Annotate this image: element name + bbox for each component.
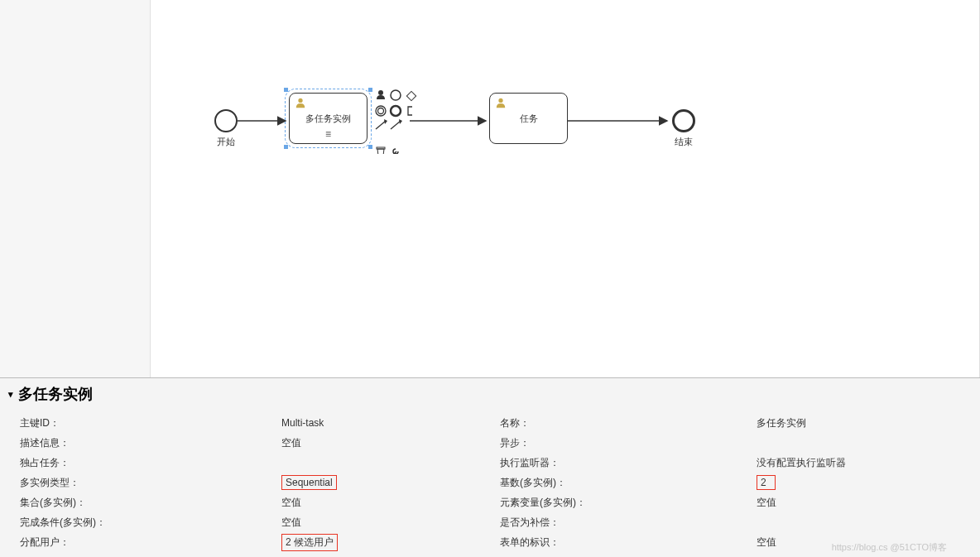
ctx-end-icon[interactable]	[391, 106, 401, 116]
ctx-wrench-icon[interactable]	[392, 149, 398, 154]
prop-completion[interactable]: 完成条件(多实例)：空值	[20, 512, 500, 532]
prop-value: 空值	[281, 516, 500, 530]
multi-task-node[interactable]: 多任务实例 ≡	[289, 93, 368, 144]
start-label: 开始	[201, 136, 251, 148]
bpmn-canvas[interactable]: 开始 多任务实例 ≡	[0, 0, 980, 377]
ctx-gateway-icon[interactable]	[406, 91, 416, 100]
prop-assign[interactable]: 分配用户：2 候选用户	[20, 532, 500, 552]
prop-label: 元素变量(多实例)：	[500, 496, 757, 510]
svg-point-6	[391, 106, 401, 116]
resize-handle[interactable]	[368, 88, 372, 92]
prop-compensate[interactable]: 是否为补偿：	[500, 512, 980, 532]
prop-desc[interactable]: 描述信息：空值	[20, 433, 500, 453]
highlighted-value: 2	[757, 475, 776, 490]
caret-down-icon: ▾	[8, 389, 13, 400]
prop-label: 基数(多实例)：	[500, 476, 757, 490]
prop-label: 表单的标识：	[500, 535, 757, 550]
prop-collection[interactable]: 集合(多实例)：空值	[20, 492, 500, 512]
prop-value: 空值	[757, 496, 980, 510]
prop-label: 描述信息：	[20, 436, 281, 450]
ctx-user-icon[interactable]	[377, 90, 385, 99]
prop-label: 主键ID：	[20, 416, 281, 430]
prop-value: Sequential	[281, 475, 500, 490]
ctx-connect-icon[interactable]	[376, 121, 386, 129]
prop-id[interactable]: 主键ID：Multi-task	[20, 413, 500, 433]
resize-handle[interactable]	[284, 145, 288, 149]
properties-grid: 主键ID：Multi-task 名称：多任务实例 描述信息：空值 异步： 独占任…	[0, 410, 980, 552]
ctx-event-icon[interactable]	[391, 90, 401, 100]
prop-name[interactable]: 名称：多任务实例	[500, 413, 980, 433]
flow-arrow-1[interactable]	[238, 108, 292, 133]
prop-listener[interactable]: 执行监听器：没有配置执行监听器	[500, 453, 980, 473]
panel-title-row[interactable]: ▾ 多任务实例	[0, 378, 980, 410]
panel-title: 多任务实例	[18, 384, 93, 404]
highlighted-value: 2 候选用户	[281, 534, 338, 551]
prop-value: 多任务实例	[757, 416, 980, 430]
task-label: 任务	[520, 113, 538, 125]
prop-value: 空值	[281, 496, 500, 510]
prop-value: 没有配置执行监听器	[757, 456, 980, 470]
prop-label: 是否为补偿：	[500, 516, 757, 530]
user-icon	[295, 97, 306, 108]
prop-async[interactable]: 异步：	[500, 433, 980, 453]
prop-value: Multi-task	[281, 417, 500, 429]
flow-arrow-3[interactable]	[568, 108, 674, 133]
prop-label: 多实例类型：	[20, 476, 281, 490]
highlighted-value: Sequential	[281, 475, 337, 490]
multi-instance-marker-icon: ≡	[325, 128, 331, 140]
multi-task-box[interactable]: 多任务实例 ≡	[289, 93, 368, 144]
flow-arrow-2[interactable]	[410, 108, 492, 133]
palette-sidebar[interactable]	[0, 0, 151, 377]
start-circle[interactable]	[214, 109, 238, 132]
prop-label: 名称：	[500, 416, 757, 430]
svg-point-1	[298, 98, 302, 103]
prop-label: 异步：	[500, 436, 757, 450]
resize-handle[interactable]	[284, 88, 288, 92]
user-icon	[495, 97, 507, 108]
multi-task-label: 多任务实例	[305, 113, 351, 125]
ctx-connect-arrowhead	[384, 119, 387, 124]
ctx-delete-icon[interactable]	[377, 147, 385, 154]
svg-point-9	[498, 98, 502, 103]
ctx-arrow-icon[interactable]	[391, 121, 401, 129]
prop-value: 2	[757, 475, 980, 490]
watermark: https://blog.cs @51CTO博客	[832, 541, 947, 554]
task-box[interactable]: 任务	[489, 93, 568, 144]
prop-value: 2 候选用户	[281, 534, 500, 551]
svg-rect-3	[406, 91, 416, 100]
end-event[interactable]: 结束	[672, 109, 709, 148]
prop-label: 执行监听器：	[500, 456, 757, 470]
prop-mitype[interactable]: 多实例类型：Sequential	[20, 473, 500, 492]
prop-elemvar[interactable]: 元素变量(多实例)：空值	[500, 492, 980, 512]
svg-point-4	[376, 106, 386, 116]
svg-point-5	[378, 108, 384, 114]
prop-label: 独占任务：	[20, 456, 281, 470]
prop-cardinality[interactable]: 基数(多实例)：2	[500, 473, 980, 492]
end-circle[interactable]	[672, 109, 695, 132]
svg-point-2	[378, 90, 383, 95]
prop-label: 集合(多实例)：	[20, 496, 281, 510]
prop-exclusive[interactable]: 独占任务：	[20, 453, 500, 473]
ctx-arrow-head	[399, 119, 402, 124]
prop-label: 分配用户：	[20, 535, 281, 550]
prop-label: 完成条件(多实例)：	[20, 516, 281, 530]
task-node[interactable]: 任务	[489, 93, 568, 144]
prop-value: 空值	[281, 436, 500, 450]
properties-panel[interactable]: ▾ 多任务实例 主键ID：Multi-task 名称：多任务实例 描述信息：空值…	[0, 377, 980, 557]
end-label: 结束	[659, 136, 709, 148]
resize-handle[interactable]	[368, 145, 372, 149]
ctx-intermediate-icon[interactable]	[376, 106, 386, 116]
